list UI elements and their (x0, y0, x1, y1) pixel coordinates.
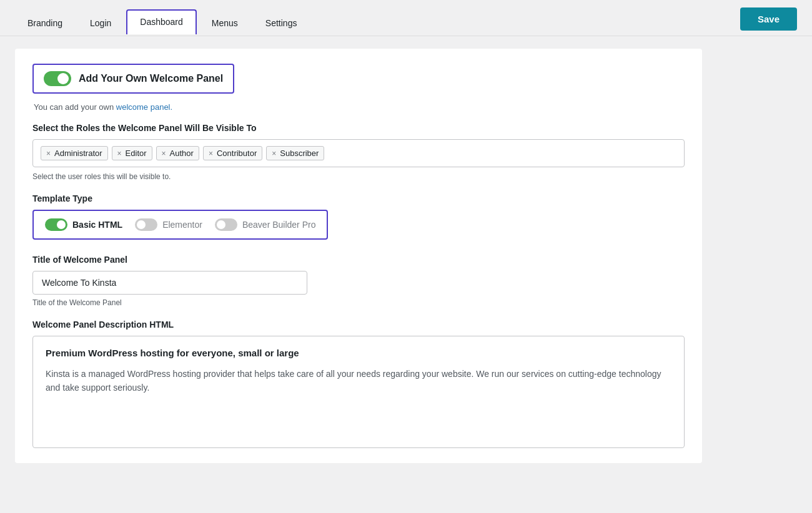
title-helper-text: Title of the Welcome Panel (32, 298, 685, 307)
template-type-label: Template Type (32, 193, 685, 203)
roles-label: Select the Roles the Welcome Panel Will … (32, 123, 685, 133)
description-label: Welcome Panel Description HTML (32, 320, 685, 330)
title-section: Title of Welcome Panel Title of the Welc… (32, 255, 685, 307)
role-tag-subscriber[interactable]: × Subscriber (266, 146, 324, 160)
template-option-basic-html[interactable]: Basic HTML (45, 218, 122, 231)
template-option-elementor[interactable]: Elementor (135, 218, 202, 231)
template-options-container: Basic HTML Elementor Beaver Bu (32, 210, 328, 240)
basic-html-label: Basic HTML (72, 220, 122, 230)
roles-helper-text: Select the user roles this will be visib… (32, 172, 685, 181)
tab-login[interactable]: Login (77, 12, 124, 34)
role-label-author: Author (170, 149, 194, 158)
welcome-panel-link[interactable]: welcome panel. (116, 102, 172, 112)
basic-html-toggle[interactable] (45, 218, 67, 231)
save-button[interactable]: Save (740, 7, 797, 31)
template-option-beaver-builder[interactable]: Beaver Builder Pro (215, 218, 316, 231)
roles-container: × Administrator × Editor × Author × Cont… (32, 139, 685, 167)
template-type-section: Template Type Basic HTML Element (32, 193, 685, 240)
role-label-administrator: Administrator (54, 149, 102, 158)
remove-administrator-icon[interactable]: × (46, 149, 51, 158)
role-tag-author[interactable]: × Author (156, 146, 199, 160)
role-tag-administrator[interactable]: × Administrator (41, 146, 108, 160)
welcome-panel-toggle[interactable] (44, 71, 71, 86)
nav-tabs: Branding Login Dashboard Menus Settings (15, 9, 309, 34)
elementor-label: Elementor (162, 220, 202, 230)
content-card: Add Your Own Welcome Panel You can add y… (15, 49, 702, 463)
welcome-panel-header: Add Your Own Welcome Panel (32, 64, 234, 94)
role-tag-editor[interactable]: × Editor (112, 146, 152, 160)
remove-contributor-icon[interactable]: × (209, 149, 213, 158)
welcome-panel-helper: You can add your own welcome panel. (32, 102, 685, 112)
remove-author-icon[interactable]: × (162, 149, 166, 158)
role-tag-contributor[interactable]: × Contributor (203, 146, 262, 160)
role-label-contributor: Contributor (217, 149, 257, 158)
welcome-panel-title: Add Your Own Welcome Panel (79, 73, 223, 84)
title-input[interactable] (32, 271, 307, 295)
description-box[interactable]: Premium WordPress hosting for everyone, … (32, 336, 685, 448)
title-section-label: Title of Welcome Panel (32, 255, 685, 265)
roles-section: Select the Roles the Welcome Panel Will … (32, 123, 685, 181)
tab-menus[interactable]: Menus (199, 12, 250, 34)
tab-settings[interactable]: Settings (253, 12, 310, 34)
role-label-subscriber: Subscriber (280, 149, 319, 158)
top-navigation: Branding Login Dashboard Menus Settings … (0, 0, 812, 36)
role-label-editor: Editor (126, 149, 147, 158)
description-heading: Premium WordPress hosting for everyone, … (46, 348, 671, 358)
description-section: Welcome Panel Description HTML Premium W… (32, 320, 685, 448)
description-body: Kinsta is a managed WordPress hosting pr… (46, 367, 671, 395)
tab-dashboard[interactable]: Dashboard (126, 9, 197, 34)
remove-subscriber-icon[interactable]: × (272, 149, 276, 158)
elementor-toggle[interactable] (135, 218, 157, 231)
tab-branding[interactable]: Branding (15, 12, 75, 34)
main-content: Add Your Own Welcome Panel You can add y… (0, 36, 812, 476)
beaver-builder-label: Beaver Builder Pro (242, 220, 316, 230)
beaver-builder-toggle[interactable] (215, 218, 237, 231)
remove-editor-icon[interactable]: × (117, 149, 122, 158)
